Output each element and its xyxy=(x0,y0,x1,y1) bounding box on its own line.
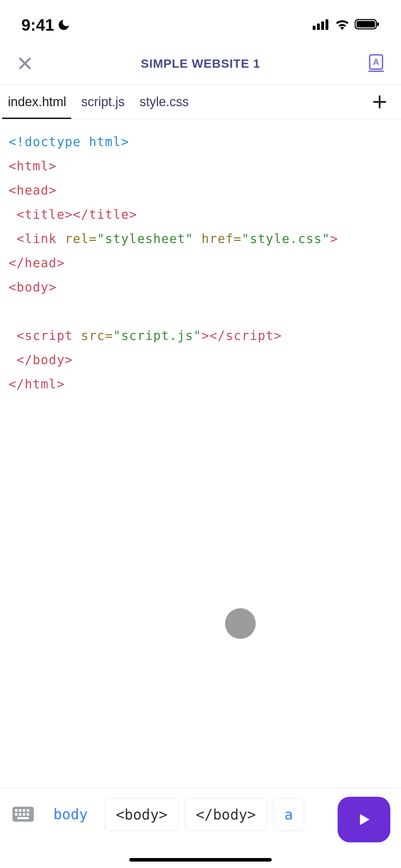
bottom-toolbar: body <body> </body> a xyxy=(0,788,401,868)
svg-rect-22 xyxy=(27,813,29,816)
svg-rect-1 xyxy=(317,24,320,30)
code-token: "stylesheet" xyxy=(97,232,193,246)
keyboard-button[interactable] xyxy=(11,805,36,824)
snippet-chip-partial[interactable]: a xyxy=(273,798,304,831)
code-token: </title> xyxy=(73,207,137,222)
snippet-chip-body[interactable]: body xyxy=(43,798,98,830)
svg-rect-19 xyxy=(15,813,17,816)
svg-rect-16 xyxy=(19,809,21,812)
code-editor[interactable]: <!doctype html> <html> <head> <title></t… xyxy=(0,119,401,407)
code-token: rel= xyxy=(57,232,97,246)
code-token: </script> xyxy=(209,329,282,343)
file-tabs: index.html script.js style.css xyxy=(0,85,401,119)
signal-icon xyxy=(313,19,330,31)
code-token: > xyxy=(330,232,338,246)
svg-rect-23 xyxy=(17,817,29,819)
status-time: 9:41 xyxy=(21,15,54,35)
svg-text:A: A xyxy=(373,57,379,67)
code-token: <head> xyxy=(9,183,57,197)
code-token: <!doctype html> xyxy=(9,135,129,149)
page-title: SIMPLE WEBSITE 1 xyxy=(36,57,365,71)
code-token: src= xyxy=(73,329,113,343)
close-button[interactable] xyxy=(14,53,36,74)
status-bar: 9:41 xyxy=(0,0,401,46)
snippet-chips: body <body> </body> a xyxy=(43,798,330,831)
svg-rect-6 xyxy=(377,22,379,26)
tab-index-html[interactable]: index.html xyxy=(0,85,73,119)
tab-script-js[interactable]: script.js xyxy=(73,85,132,119)
svg-rect-21 xyxy=(23,813,25,816)
code-token: "script.js" xyxy=(113,329,201,343)
code-token: "style.css" xyxy=(242,232,330,246)
code-token: </head> xyxy=(9,256,65,270)
add-tab-button[interactable] xyxy=(369,91,390,113)
assistive-touch-dot[interactable] xyxy=(225,608,256,639)
svg-rect-2 xyxy=(321,21,324,30)
text-style-button[interactable]: A xyxy=(365,53,387,74)
svg-rect-17 xyxy=(23,809,25,812)
status-left: 9:41 xyxy=(21,15,71,35)
svg-rect-18 xyxy=(27,809,29,812)
code-token: <html> xyxy=(9,159,57,173)
tab-style-css[interactable]: style.css xyxy=(132,85,196,119)
svg-rect-0 xyxy=(313,26,316,30)
svg-rect-5 xyxy=(356,21,375,27)
code-token: </body> xyxy=(17,353,73,367)
code-token: <script xyxy=(17,329,73,343)
svg-rect-20 xyxy=(19,813,21,816)
snippet-chip-body-close[interactable]: </body> xyxy=(185,798,267,831)
code-token: <body> xyxy=(9,280,57,294)
svg-rect-15 xyxy=(15,809,17,812)
app-header: SIMPLE WEBSITE 1 A xyxy=(0,46,401,85)
code-token: href= xyxy=(193,232,241,246)
snippet-chip-body-open[interactable]: <body> xyxy=(105,798,178,831)
moon-icon xyxy=(57,18,71,32)
code-token: <link xyxy=(17,232,57,246)
wifi-icon xyxy=(335,19,350,31)
status-right xyxy=(313,19,380,31)
code-token: <title> xyxy=(17,207,73,222)
run-button[interactable] xyxy=(338,797,390,842)
svg-rect-3 xyxy=(326,19,328,30)
battery-icon xyxy=(355,19,380,31)
code-token: </html> xyxy=(9,377,65,391)
code-token: > xyxy=(202,329,210,343)
home-indicator[interactable] xyxy=(129,858,272,862)
